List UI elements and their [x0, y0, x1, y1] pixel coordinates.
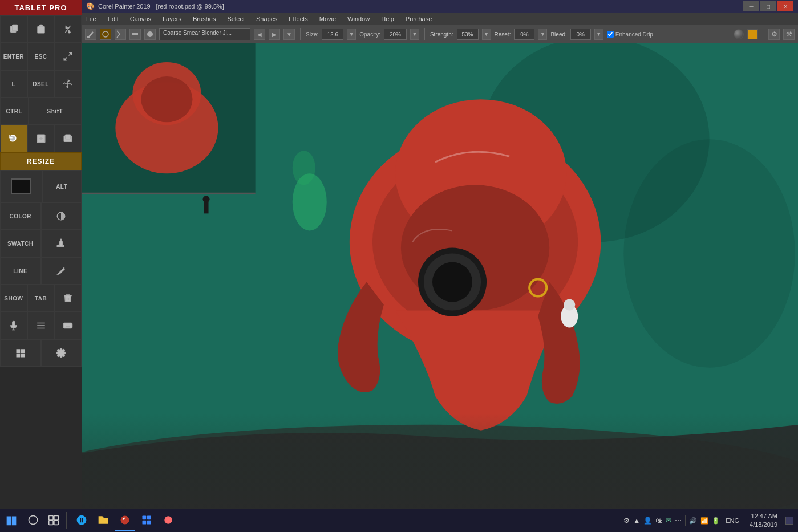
menu-file[interactable]: File [84, 14, 99, 23]
taskbar-corel[interactable] [115, 510, 135, 531]
taskbar-app2[interactable] [158, 510, 179, 531]
bleed-input[interactable] [570, 29, 591, 40]
tp-brush-btn[interactable] [41, 230, 82, 257]
taskbar-app1[interactable] [136, 510, 157, 531]
tp-winstart-btn[interactable] [0, 339, 41, 367]
svg-rect-54 [143, 515, 147, 519]
tp-row-5 [0, 125, 82, 152]
color-picker-icon[interactable] [734, 29, 744, 39]
bleed-slider-icon[interactable]: ▼ [594, 29, 603, 40]
menu-layers[interactable]: Layers [160, 14, 184, 23]
tp-color-btn[interactable]: COLOR [0, 202, 41, 230]
tray-volume-icon[interactable]: 📶 [700, 517, 708, 525]
opacity-input[interactable] [384, 29, 407, 40]
strength-input[interactable] [457, 29, 479, 40]
menu-brushes[interactable]: Brushes [191, 14, 218, 23]
brush-variant-icon[interactable] [100, 29, 111, 40]
system-tray: ⚙ ▲ 👤 🛍 ✉ ⋯ 🔊 📶 🔋 ENG 12:47 AM 4/18/2019 [619, 512, 798, 530]
tp-winsettings-btn[interactable] [41, 339, 82, 367]
size-input[interactable] [322, 29, 343, 40]
size-slider-icon[interactable]: ▼ [347, 29, 356, 40]
tray-people-icon[interactable]: 👤 [643, 517, 652, 525]
tp-swatch-display[interactable] [0, 170, 42, 202]
menu-select[interactable]: Select [225, 14, 247, 23]
opacity-slider-icon[interactable]: ▼ [410, 29, 419, 40]
tp-menu-btn[interactable] [27, 312, 55, 339]
reset-slider-icon[interactable]: ▼ [538, 29, 547, 40]
toolbar: Coarse Smear Blender Ji... ◀ ▶ ▼ Size: ▼… [82, 25, 798, 43]
brush-prev-icon[interactable]: ◀ [254, 29, 265, 40]
taskbar-edge[interactable] [71, 510, 92, 531]
tp-resize-btn[interactable]: RESIZE [0, 152, 82, 170]
tp-line-btn[interactable]: LINE [0, 257, 41, 285]
tp-copy-btn[interactable] [0, 15, 27, 43]
svg-point-32 [418, 247, 487, 316]
tp-move-btn[interactable] [54, 70, 82, 98]
tp-alt-btn[interactable]: ALT [42, 170, 82, 202]
strength-slider-icon[interactable]: ▼ [482, 29, 491, 40]
menu-purchase[interactable]: Purchase [403, 14, 434, 23]
menu-canvas[interactable]: Canvas [128, 14, 153, 23]
tp-enter-btn[interactable]: ENTER [0, 43, 27, 70]
tp-pen-btn[interactable] [41, 257, 82, 285]
taskbar-explorer[interactable] [93, 510, 114, 531]
brush-capture-icon[interactable] [115, 29, 126, 40]
tray-mail-icon[interactable]: ✉ [666, 517, 671, 525]
tray-battery-icon[interactable]: 🔋 [712, 517, 720, 525]
tab-label: TAB [35, 295, 47, 302]
brush-options-icon[interactable]: ▼ [283, 29, 295, 40]
tp-expand-btn[interactable] [54, 43, 82, 70]
close-button[interactable]: ✕ [777, 1, 793, 11]
cortana-button[interactable] [23, 510, 43, 531]
reset-input[interactable] [514, 29, 534, 40]
minimize-button[interactable]: ─ [743, 1, 759, 11]
tp-keyboard-btn[interactable] [54, 312, 82, 339]
tray-more-icon[interactable]: ⋯ [675, 517, 682, 525]
tp-row-11 [0, 312, 82, 339]
tp-show-btn[interactable]: SHOW [0, 285, 27, 312]
task-view-button[interactable] [43, 510, 64, 531]
tp-tab-btn[interactable]: TAB [27, 285, 55, 312]
tp-esc-btn[interactable]: ESC [27, 43, 55, 70]
brush-tool3-icon[interactable] [144, 29, 156, 40]
maximize-button[interactable]: □ [760, 1, 776, 11]
menu-effects[interactable]: Effects [286, 14, 310, 23]
tool-config-icon[interactable]: ⚙ [768, 29, 780, 40]
action-center-button[interactable] [785, 517, 793, 525]
tp-copy3-btn[interactable] [54, 125, 82, 152]
tray-settings-icon[interactable]: ⚙ [623, 517, 630, 525]
tp-swatch-btn[interactable]: SWATCH [0, 230, 41, 257]
menu-shapes[interactable]: Shapes [254, 14, 279, 23]
tp-dsel-btn[interactable]: DSEL [27, 70, 55, 98]
menu-window[interactable]: Window [345, 14, 372, 23]
size-label: Size: [306, 31, 318, 38]
language-indicator[interactable]: ENG [723, 517, 742, 524]
tray-store-icon[interactable]: 🛍 [655, 517, 662, 525]
menu-edit[interactable]: Edit [106, 14, 121, 23]
tp-cut-btn[interactable] [54, 15, 82, 43]
tp-add-row-btn[interactable] [27, 125, 55, 152]
color-swatch-display[interactable] [747, 29, 758, 39]
start-button[interactable] [0, 509, 23, 532]
tray-taskbar-icon[interactable]: ▲ [633, 517, 640, 525]
tp-undo-btn[interactable] [0, 125, 27, 152]
menu-help[interactable]: Help [379, 14, 396, 23]
enhanced-drip-checkbox[interactable]: Enhanced Drip [607, 31, 653, 38]
tp-ctrl-btn[interactable]: CTRL [0, 98, 29, 125]
tp-row-12 [0, 339, 82, 367]
system-clock[interactable]: 12:47 AM 4/18/2019 [745, 512, 782, 530]
tp-mic-btn[interactable] [0, 312, 27, 339]
tp-delete-btn[interactable] [54, 285, 82, 312]
svg-point-48 [29, 515, 38, 524]
tray-network-icon[interactable]: 🔊 [689, 517, 697, 525]
brush-icon[interactable] [85, 29, 96, 40]
tool-adjust-icon[interactable]: ⚒ [783, 29, 795, 40]
tp-l-btn[interactable]: L [0, 70, 27, 98]
tp-shift-btn[interactable]: ShifT [29, 98, 82, 125]
brush-tool2-icon[interactable] [129, 29, 141, 40]
brush-next-icon[interactable]: ▶ [269, 29, 280, 40]
tp-paste-btn[interactable] [27, 15, 55, 43]
menu-movie[interactable]: Movie [317, 14, 338, 23]
tp-contrast-btn[interactable] [41, 202, 82, 230]
tp-row-3: L DSEL [0, 70, 82, 98]
